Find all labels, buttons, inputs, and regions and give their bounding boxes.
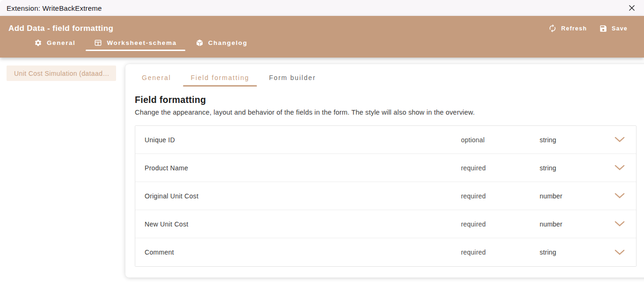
field-requirement: required <box>461 192 540 200</box>
sidebar-item-unit-cost-simulation[interactable]: Unit Cost Simulation (dataad… <box>7 66 116 81</box>
app-header-top: Add Data - field formatting Refresh Save <box>0 16 644 35</box>
refresh-button[interactable]: Refresh <box>548 24 587 33</box>
chevron-down-icon[interactable] <box>614 165 626 171</box>
field-row-comment[interactable]: Comment required string <box>135 238 636 266</box>
tab-general-label: General <box>47 39 75 46</box>
field-requirement: required <box>461 164 540 172</box>
save-icon <box>599 24 607 33</box>
field-requirement: required <box>461 248 540 256</box>
window-titlebar: Extension: WriteBackExtreme <box>0 0 644 16</box>
field-row-new-unit-cost[interactable]: New Unit Cost required number <box>135 210 636 238</box>
field-row-original-unit-cost[interactable]: Original Unit Cost required number <box>135 182 636 210</box>
save-label: Save <box>612 25 628 32</box>
chevron-down-icon[interactable] <box>614 249 626 256</box>
extension-window: Extension: WriteBackExtreme Add Data - f… <box>0 0 644 285</box>
field-list: Unique ID optional string Product Name r… <box>135 125 637 267</box>
header-tabs: General Worksheet-schema Changelog <box>26 35 644 51</box>
field-name: Original Unit Cost <box>145 192 461 200</box>
panel-tabs: General Field formatting Form builder <box>125 68 644 87</box>
field-requirement: optional <box>461 136 540 144</box>
close-button[interactable] <box>627 3 637 13</box>
field-row-unique-id[interactable]: Unique ID optional string <box>135 126 636 154</box>
save-button[interactable]: Save <box>599 24 628 33</box>
field-name: New Unit Cost <box>145 220 461 228</box>
schema-panel: General Field formatting Form builder Fi… <box>125 64 644 278</box>
header-actions: Refresh Save <box>548 24 628 33</box>
tab-general[interactable]: General <box>26 35 84 51</box>
tab-changelog[interactable]: Changelog <box>187 35 256 51</box>
field-type: number <box>540 192 614 200</box>
field-name: Comment <box>145 248 461 256</box>
chevron-down-icon[interactable] <box>614 221 626 227</box>
window-title: Extension: WriteBackExtreme <box>7 4 102 12</box>
tab-worksheet-schema-label: Worksheet-schema <box>107 39 176 46</box>
chevron-down-icon[interactable] <box>614 193 626 199</box>
panel-tab-field-formatting[interactable]: Field formatting <box>183 68 256 87</box>
field-type: string <box>540 164 614 172</box>
refresh-label: Refresh <box>561 25 587 32</box>
refresh-icon <box>548 24 557 33</box>
field-type: number <box>540 220 614 228</box>
field-requirement: required <box>461 220 540 228</box>
field-name: Unique ID <box>145 136 461 144</box>
section-heading: Field formatting <box>135 95 644 105</box>
field-name: Product Name <box>145 164 461 172</box>
package-icon <box>196 39 204 47</box>
field-type: string <box>540 136 614 144</box>
panel-tab-form-builder[interactable]: Form builder <box>262 68 323 87</box>
worksheet-grid-icon <box>94 39 102 47</box>
tab-changelog-label: Changelog <box>208 39 248 46</box>
field-row-product-name[interactable]: Product Name required string <box>135 154 636 182</box>
section-description: Change the appearance, layout and behavi… <box>135 109 637 116</box>
close-icon <box>628 4 636 12</box>
chevron-down-icon[interactable] <box>614 137 626 143</box>
tab-worksheet-schema[interactable]: Worksheet-schema <box>86 35 185 51</box>
app-header: Add Data - field formatting Refresh Save <box>0 16 644 58</box>
panel-tab-general[interactable]: General <box>134 68 178 87</box>
field-type: string <box>540 248 614 256</box>
page-title: Add Data - field formatting <box>8 24 113 33</box>
gear-icon <box>34 39 42 47</box>
